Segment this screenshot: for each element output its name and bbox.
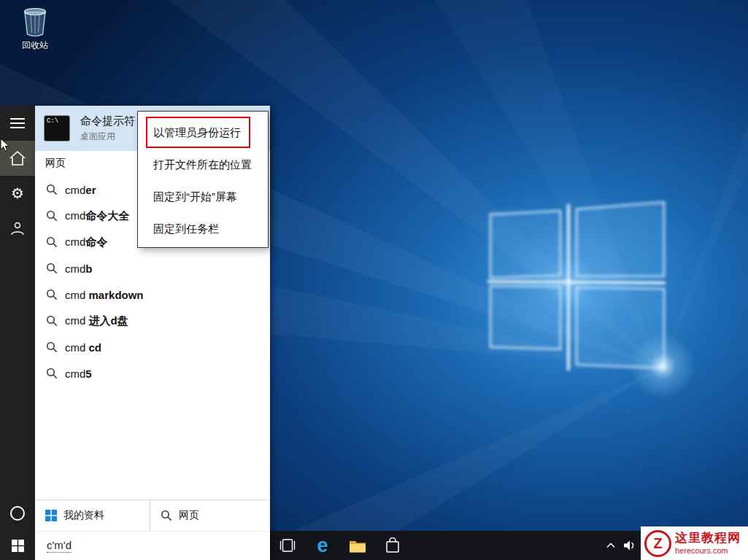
watermark: Z 这里教程网 herecours.com bbox=[641, 526, 748, 560]
suggestion-text: cmd命令大全 bbox=[65, 209, 129, 223]
task-view-button[interactable] bbox=[270, 531, 305, 560]
watermark-site-url: herecours.com bbox=[675, 546, 741, 555]
menu-button[interactable] bbox=[0, 106, 35, 141]
feedback-button[interactable] bbox=[0, 211, 35, 246]
watermark-logo-letter: Z bbox=[653, 535, 662, 552]
search-icon bbox=[161, 510, 172, 521]
watermark-site-name: 这里教程网 bbox=[675, 532, 741, 545]
context-menu: 以管理员身份运行 打开文件所在的位置 固定到“开始”屏幕 固定到任务栏 bbox=[137, 111, 269, 248]
search-query-text: c'm'd bbox=[47, 539, 72, 553]
suggestion-text: cmd命令 bbox=[65, 236, 107, 249]
edge-button[interactable]: e bbox=[305, 531, 340, 560]
suggestion-text: cmd5 bbox=[65, 368, 92, 380]
windows-flag-icon bbox=[45, 510, 57, 521]
taskbar-icons: e bbox=[270, 531, 410, 560]
suggestion-text: cmd cd bbox=[65, 341, 101, 354]
watermark-text: 这里教程网 herecours.com bbox=[675, 532, 741, 555]
my-stuff-label: 我的资料 bbox=[63, 509, 104, 522]
store-button[interactable] bbox=[375, 531, 410, 560]
start-rail: ⚙ bbox=[0, 106, 35, 560]
suggestion-text: cmd markdown bbox=[65, 289, 144, 301]
menu-item-run-as-admin[interactable]: 以管理员身份运行 bbox=[138, 117, 268, 149]
suggestion-text: cmdb bbox=[65, 262, 93, 275]
my-stuff-button[interactable]: 我的资料 bbox=[35, 500, 150, 531]
file-explorer-button[interactable] bbox=[340, 531, 375, 560]
tray-expand-button[interactable] bbox=[601, 531, 620, 560]
cortana-button[interactable] bbox=[0, 496, 35, 531]
gear-icon: ⚙ bbox=[11, 186, 24, 201]
folder-icon bbox=[349, 539, 366, 553]
recycle-bin-icon bbox=[20, 6, 50, 38]
suggestion-text: cmd 进入d盘 bbox=[65, 314, 128, 328]
mouse-cursor bbox=[0, 138, 9, 152]
start-button[interactable] bbox=[0, 531, 35, 560]
search-icon bbox=[46, 210, 58, 222]
web-search-button[interactable]: 网页 bbox=[150, 500, 209, 531]
suggestion-text: cmder bbox=[65, 184, 96, 196]
edge-icon: e bbox=[317, 536, 328, 556]
menu-item-pin-to-taskbar[interactable]: 固定到任务栏 bbox=[138, 213, 268, 245]
hamburger-icon bbox=[10, 117, 25, 129]
top-result-text: 命令提示符 桌面应用 bbox=[80, 114, 135, 143]
suggestion-item[interactable]: cmdb bbox=[35, 255, 270, 281]
speaker-icon bbox=[623, 540, 636, 551]
desktop: 回收站 e bbox=[0, 0, 748, 560]
command-prompt-glyph: C:\ bbox=[47, 117, 58, 125]
recycle-bin[interactable]: 回收站 bbox=[10, 6, 60, 52]
watermark-logo: Z bbox=[644, 530, 671, 557]
suggestion-item[interactable]: cmd cd bbox=[35, 334, 270, 360]
windows-logo-icon bbox=[12, 540, 24, 552]
menu-item-open-file-location[interactable]: 打开文件所在的位置 bbox=[138, 149, 268, 181]
suggestion-item[interactable]: cmd5 bbox=[35, 360, 270, 386]
flyout-footer: 我的资料 网页 bbox=[35, 499, 270, 531]
recycle-bin-label: 回收站 bbox=[22, 39, 48, 52]
person-icon bbox=[10, 221, 25, 236]
web-section-header: 网页 bbox=[45, 157, 66, 170]
top-result-subtitle: 桌面应用 bbox=[80, 131, 135, 143]
search-icon bbox=[46, 236, 58, 248]
chevron-up-icon bbox=[606, 542, 615, 548]
search-icon bbox=[46, 289, 58, 300]
settings-button[interactable]: ⚙ bbox=[0, 176, 35, 211]
taskbar-search-input[interactable]: c'm'd bbox=[35, 531, 270, 560]
search-icon bbox=[46, 315, 58, 327]
suggestion-item[interactable]: cmd 进入d盘 bbox=[35, 308, 270, 334]
command-prompt-icon: C:\ bbox=[44, 115, 70, 141]
suggestion-item[interactable]: cmd markdown bbox=[35, 281, 270, 308]
search-icon bbox=[46, 262, 58, 274]
task-view-icon bbox=[279, 539, 296, 552]
system-tray bbox=[601, 531, 639, 560]
search-icon bbox=[46, 184, 58, 195]
web-search-label: 网页 bbox=[179, 509, 199, 522]
volume-button[interactable] bbox=[620, 531, 639, 560]
top-result-title: 命令提示符 bbox=[80, 114, 135, 128]
menu-item-pin-to-start[interactable]: 固定到“开始”屏幕 bbox=[138, 181, 268, 213]
search-icon bbox=[46, 341, 58, 353]
search-icon bbox=[46, 368, 58, 379]
cortana-circle-icon bbox=[9, 505, 26, 521]
home-icon bbox=[9, 151, 26, 166]
store-icon bbox=[385, 537, 400, 553]
